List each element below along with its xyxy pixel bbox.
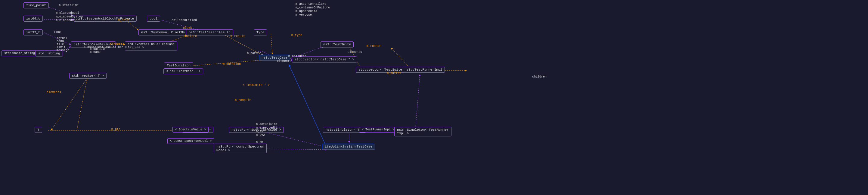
node-type: Type [254, 30, 267, 35]
node-test-runner-impl: ns3::TestRunnerImpl [402, 67, 445, 73]
node-ns3-singleton-test-runner: ns3::Singleton< TestRunnerImpl > [394, 127, 452, 136]
svg-line-23 [289, 65, 327, 147]
label-clock: clock [183, 27, 192, 30]
node-const-spectrum-model-angle: < const SpectrumModel > [167, 138, 214, 144]
node-test-duration: TestDuration [164, 63, 193, 69]
node-T: T [35, 127, 42, 133]
label-m-sm: m_sm [256, 141, 263, 144]
svg-line-20 [77, 78, 87, 131]
node-std-vector-test-case-failure: std::vector< ns3::TestCaseFailure > [125, 41, 177, 50]
label-m-elapsed-real: m_elapsedReal [56, 11, 79, 15]
node-system-wall-clock-ms: ns3::SystemWallClockMs [138, 30, 187, 35]
label-children: children [532, 75, 547, 78]
label-elements-4: elements [46, 91, 61, 94]
label-m-runner: m_runner [367, 44, 381, 48]
diagram-canvas: time_point int64_t int32_t std::basic_st… [0, 0, 868, 195]
label-m-start-time: m_startTime [59, 4, 79, 7]
label-m-actual-sinr: m_actualSinr [256, 123, 278, 126]
node-lte-uplink: LteUplinkSrsSinrTestCase [322, 144, 375, 150]
label-m-result: m_result [230, 35, 245, 38]
label-m-elapsed-system: m_elapsedSystem [56, 15, 83, 18]
svg-line-11 [271, 34, 272, 54]
label-m-sv1: m_sv1 [256, 130, 265, 133]
label-test-case-failure-angle: < ns3::TestCaseFailure > [84, 46, 127, 49]
node-bool: bool [147, 15, 160, 22]
node-ns3-test-suite: ns3::TestSuite [320, 41, 354, 47]
label-failure: failure [184, 35, 197, 38]
svg-line-25 [51, 78, 87, 130]
label-m-children: m_children [288, 55, 306, 58]
label-m-update-data: m_updateData [296, 10, 317, 13]
svg-line-21 [259, 131, 327, 147]
label-elements-3: elements [348, 50, 362, 54]
label-m-duration: m_duration [223, 63, 241, 66]
label-m-temp-dir: m_tempDir [235, 99, 251, 102]
node-test-case-ptr: < ns3::TestCase * > [163, 69, 203, 74]
node-time-point: time_point [24, 2, 49, 8]
label-m-type: m_type [291, 34, 302, 37]
label-test-suite-angle: < TestSuite * > [243, 83, 270, 87]
label-m-priv: m_priv [118, 18, 129, 22]
node-int32-t: int32_t [24, 30, 43, 35]
label-m-expected-sinr: m_expectedSinr [256, 126, 281, 129]
node-test-runner-impl-ptr: < TestRunnerImpl > [359, 127, 397, 132]
label-m-suites: m_suites [387, 72, 401, 75]
arrows-svg [0, 0, 868, 195]
node-spectrum-value-angle: < SpectrumValue > [173, 127, 209, 132]
node-int64-t: int64_t [24, 15, 43, 22]
label-line: line [54, 31, 61, 34]
label-m-verbose: m_verbose [296, 13, 312, 16]
label-children-failed: childrenFailed [172, 18, 197, 22]
label-m-ptr: m_ptr [111, 128, 120, 131]
label-m-parent: m_parent [247, 52, 261, 55]
label-message: message [57, 49, 69, 52]
label-m-continue-on-failure: m_continueOnFailure [296, 6, 330, 9]
node-ns3-ptr-const-spectrum-model: ns3::Ptr< const SpectrumModel > [214, 144, 267, 153]
svg-line-19 [415, 75, 420, 131]
label-m-elapsed-user: m_elapsedUser [56, 18, 79, 22]
label-m-sv2: m_sv2 [256, 133, 265, 137]
label-m-assert-on-failure: m_assertOnFailure [296, 2, 326, 6]
svg-line-22 [259, 149, 327, 150]
label-elements-2: elements [277, 60, 291, 63]
label-m-name: m_name [90, 50, 100, 54]
node-std-vector-t: std::vector< T > [69, 73, 106, 79]
